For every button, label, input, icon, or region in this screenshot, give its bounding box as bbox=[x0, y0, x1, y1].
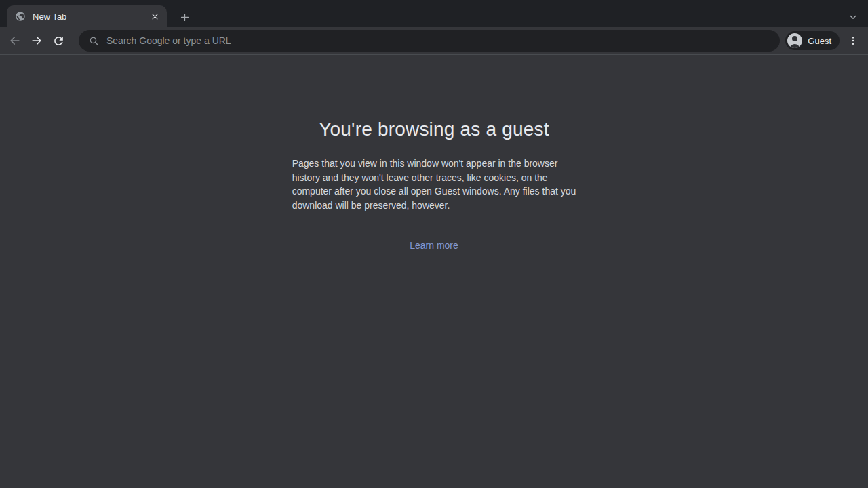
new-tab-button[interactable] bbox=[175, 7, 194, 26]
back-button[interactable] bbox=[5, 31, 24, 50]
kebab-menu-icon bbox=[848, 35, 859, 46]
tab-close-icon[interactable] bbox=[149, 10, 161, 22]
browser-menu-button[interactable] bbox=[844, 31, 863, 50]
profile-button[interactable]: Guest bbox=[785, 31, 840, 50]
search-icon bbox=[88, 35, 100, 47]
guest-info-text-line: Pages that you view in this window won't… bbox=[292, 157, 576, 171]
tab-strip: New Tab bbox=[0, 0, 868, 27]
reload-button[interactable] bbox=[49, 31, 68, 50]
tab-title: New Tab bbox=[33, 12, 149, 22]
back-arrow-icon bbox=[8, 34, 22, 47]
page-title: You're browsing as a guest bbox=[0, 118, 868, 140]
guest-page: You're browsing as a guest Pages that yo… bbox=[0, 55, 868, 251]
globe-favicon-icon bbox=[15, 11, 26, 22]
reload-icon bbox=[52, 35, 65, 47]
tab-new-tab[interactable]: New Tab bbox=[7, 5, 167, 27]
forward-button[interactable] bbox=[27, 31, 46, 50]
profile-label: Guest bbox=[808, 36, 831, 46]
guest-info-text-line: computer after you close all open Guest … bbox=[292, 184, 576, 199]
tab-strip-chevron-down-icon[interactable] bbox=[848, 12, 859, 22]
guest-info-text-line: history and they won't leave other trace… bbox=[292, 171, 576, 185]
learn-more-link[interactable]: Learn more bbox=[410, 240, 458, 251]
address-bar[interactable]: Search Google or type a URL bbox=[79, 30, 780, 52]
forward-arrow-icon bbox=[30, 34, 43, 47]
guest-avatar-icon bbox=[787, 33, 802, 48]
guest-info-text-line: download will be preserved, however. bbox=[292, 199, 576, 213]
browser-toolbar: Search Google or type a URL Guest bbox=[0, 27, 868, 55]
address-bar-placeholder: Search Google or type a URL bbox=[106, 35, 231, 46]
guest-info-text: Pages that you view in this window won't… bbox=[292, 157, 576, 212]
